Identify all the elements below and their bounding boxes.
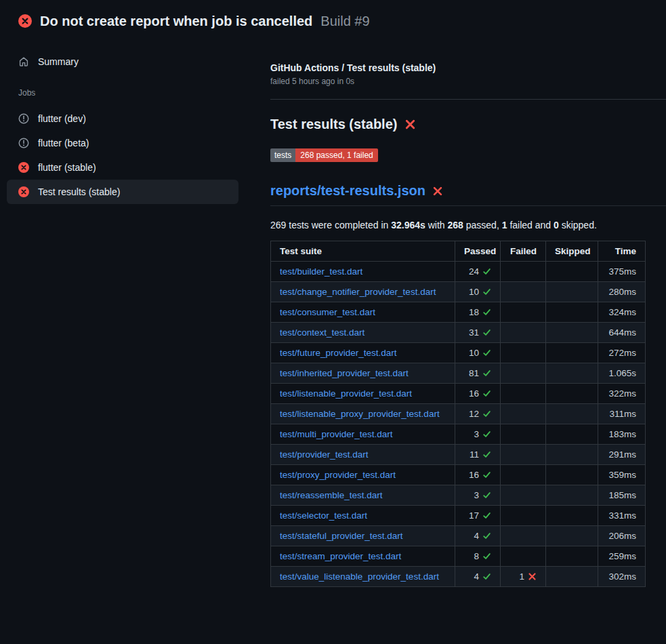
alert-circle-icon — [18, 138, 29, 148]
failed-cell — [501, 323, 546, 343]
time-cell: 302ms — [598, 567, 646, 587]
breadcrumb: GitHub Actions / Test results (stable) — [270, 62, 666, 73]
job-label: flutter (stable) — [38, 162, 96, 173]
summary-part: 269 tests were completed in — [270, 220, 391, 230]
summary-part: passed, — [463, 220, 502, 230]
check-icon — [482, 552, 491, 561]
test-table-body: test/builder_test.dart24375mstest/change… — [271, 262, 646, 587]
table-row: test/value_listenable_provider_test.dart… — [271, 567, 646, 587]
passed-cell: 16 — [455, 384, 501, 404]
failed-cell — [501, 262, 546, 282]
failed-cell-value: 1 — [519, 571, 524, 582]
time-cell: 280ms — [598, 282, 646, 302]
table-row: test/listenable_provider_test.dart16322m… — [271, 384, 646, 404]
job-label: flutter (dev) — [38, 113, 86, 124]
test-suite-link[interactable]: test/reassemble_test.dart — [280, 490, 383, 500]
skipped-cell — [546, 323, 598, 343]
time-cell: 1.065s — [598, 363, 646, 384]
summary-failed-count: 1 — [502, 220, 507, 230]
summary-part: skipped. — [559, 220, 597, 230]
failed-x-icon — [404, 119, 416, 130]
time-cell: 331ms — [598, 506, 646, 526]
sidebar-job-flutter-beta[interactable]: flutter (beta) — [7, 131, 238, 155]
table-row: test/builder_test.dart24375ms — [271, 262, 646, 282]
check-icon — [482, 369, 491, 378]
time-cell: 291ms — [598, 445, 646, 465]
time-cell: 375ms — [598, 262, 646, 282]
test-suite-link[interactable]: test/context_test.dart — [280, 327, 365, 338]
failed-cell — [501, 384, 546, 404]
content-layout: Summary Jobs flutter (dev)flutter (beta)… — [0, 38, 666, 587]
alert-circle-icon — [18, 113, 29, 124]
col-header-time: Time — [598, 241, 646, 262]
sidebar-job-flutter-dev[interactable]: flutter (dev) — [7, 106, 238, 131]
failed-cell — [501, 546, 546, 567]
test-suite-link[interactable]: test/selector_test.dart — [280, 510, 367, 521]
time-cell: 324ms — [598, 302, 646, 323]
sidebar-job-flutter-stable[interactable]: flutter (stable) — [7, 155, 238, 180]
sidebar-job-test-results-stable[interactable]: Test results (stable) — [7, 180, 238, 204]
passed-cell-value: 3 — [474, 429, 479, 439]
passed-cell: 18 — [455, 302, 501, 323]
time-cell: 272ms — [598, 343, 646, 363]
test-suite-link[interactable]: test/proxy_provider_test.dart — [280, 470, 396, 480]
test-suite-link[interactable]: test/value_listenable_provider_test.dart — [280, 571, 439, 582]
test-suite-cell: test/selector_test.dart — [271, 506, 455, 526]
test-suite-link[interactable]: test/listenable_provider_test.dart — [280, 388, 412, 399]
table-row: test/future_provider_test.dart10272ms — [271, 343, 646, 363]
passed-cell-value: 16 — [469, 470, 479, 480]
summary-part: with — [425, 220, 448, 230]
test-suite-link[interactable]: test/stream_provider_test.dart — [280, 551, 401, 561]
test-suite-link[interactable]: test/change_notifier_provider_test.dart — [280, 287, 436, 297]
failed-cell — [501, 282, 546, 302]
failed-cell — [501, 506, 546, 526]
test-suite-link[interactable]: test/listenable_proxy_provider_test.dart — [280, 409, 440, 419]
passed-cell-value: 8 — [474, 551, 479, 561]
jobs-list: flutter (dev)flutter (beta)flutter (stab… — [7, 106, 238, 204]
test-suite-cell: test/stateful_provider_test.dart — [271, 526, 455, 546]
passed-cell-value: 17 — [469, 510, 479, 521]
test-suite-link[interactable]: test/multi_provider_test.dart — [280, 429, 393, 439]
skipped-cell — [546, 445, 598, 465]
test-suite-link[interactable]: test/inherited_provider_test.dart — [280, 368, 409, 378]
skipped-cell — [546, 302, 598, 323]
run-status-text: failed 5 hours ago in 0s — [270, 77, 666, 86]
check-icon — [482, 531, 491, 540]
test-suite-cell: test/inherited_provider_test.dart — [271, 363, 455, 384]
passed-cell-value: 31 — [469, 327, 479, 338]
passed-cell-value: 18 — [469, 307, 479, 317]
jobs-section-heading: Jobs — [18, 88, 238, 98]
skipped-cell — [546, 282, 598, 302]
check-icon — [482, 267, 491, 276]
failed-cell — [501, 445, 546, 465]
table-row: test/consumer_test.dart18324ms — [271, 302, 646, 323]
test-suite-cell: test/builder_test.dart — [271, 262, 455, 282]
passed-cell: 4 — [455, 526, 501, 546]
skipped-cell — [546, 546, 598, 567]
test-suite-link[interactable]: test/builder_test.dart — [280, 266, 362, 277]
passed-cell: 3 — [455, 424, 501, 445]
passed-cell: 11 — [455, 445, 501, 465]
summary-duration: 32.964s — [391, 220, 425, 230]
job-label: Test results (stable) — [38, 186, 120, 197]
check-icon — [482, 430, 491, 439]
test-suite-link[interactable]: test/consumer_test.dart — [280, 307, 375, 317]
sidebar-item-summary[interactable]: Summary — [7, 49, 238, 74]
passed-cell-value: 16 — [469, 388, 479, 399]
skipped-cell — [546, 485, 598, 506]
table-row: test/selector_test.dart17331ms — [271, 506, 646, 526]
test-suite-cell: test/context_test.dart — [271, 323, 455, 343]
passed-cell: 3 — [455, 485, 501, 506]
report-file-link[interactable]: reports/test-results.json — [270, 183, 425, 199]
test-suite-link[interactable]: test/stateful_provider_test.dart — [280, 531, 403, 541]
skipped-cell — [546, 526, 598, 546]
test-suite-link[interactable]: test/provider_test.dart — [280, 449, 369, 460]
table-row: test/provider_test.dart11291ms — [271, 445, 646, 465]
passed-cell: 31 — [455, 323, 501, 343]
test-suite-link[interactable]: test/future_provider_test.dart — [280, 348, 397, 358]
sidebar: Summary Jobs flutter (dev)flutter (beta)… — [0, 38, 264, 204]
job-label: flutter (beta) — [38, 138, 89, 148]
passed-cell-value: 4 — [474, 571, 479, 582]
tests-status-badge: tests 268 passed, 1 failed — [270, 148, 378, 162]
time-cell: 644ms — [598, 323, 646, 343]
